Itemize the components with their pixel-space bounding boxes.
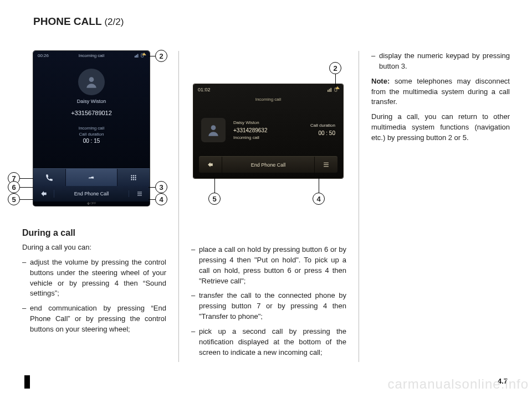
svg-rect-17 <box>137 195 142 196</box>
sub-duration-label: Call duration <box>79 131 105 137</box>
clock-text: 00:26 <box>38 53 49 59</box>
caller-number: +33156789012 <box>71 110 112 116</box>
svg-point-22 <box>211 125 216 130</box>
signal-icon <box>328 87 332 93</box>
column-3: display the numeric keypad by pressing b… <box>359 51 510 362</box>
duration-value: 00 : 50 <box>310 129 335 138</box>
status-header-text: Incoming call <box>79 53 105 58</box>
svg-rect-2 <box>137 54 139 58</box>
end-bar: End Phone Call <box>33 186 150 201</box>
back-button[interactable] <box>199 157 222 173</box>
transfer-car-phone-button[interactable] <box>66 169 117 186</box>
svg-rect-1 <box>136 55 137 58</box>
svg-rect-19 <box>329 89 330 92</box>
screen-header: Incoming call <box>193 96 343 104</box>
caller-name: Daisy Wiston <box>77 99 106 104</box>
status-bar: 01:02 <box>193 84 343 96</box>
back-button[interactable] <box>33 190 54 198</box>
svg-point-8 <box>135 175 136 176</box>
svg-rect-18 <box>328 90 329 92</box>
call-body: Daisy Wiston +33156789012 Incoming call … <box>33 61 150 168</box>
call-body: Daisy Wiston +3314289632 Incoming call C… <box>193 104 343 156</box>
end-call-button[interactable]: End Phone Call <box>222 157 314 173</box>
caller-name: Daisy Wiston <box>233 120 267 126</box>
list-item: display the numeric keypad by pressing b… <box>371 51 510 72</box>
signal-icon <box>135 53 139 59</box>
callout-2: 2 <box>155 50 167 62</box>
svg-point-9 <box>131 177 132 178</box>
page-number: 4.7 <box>498 377 508 385</box>
screen-portrait: 00:26 Incoming call <box>33 51 150 206</box>
print-mark <box>24 375 30 389</box>
svg-rect-0 <box>135 56 136 58</box>
section-heading: During a call <box>22 228 166 238</box>
svg-rect-20 <box>330 88 331 92</box>
title-main: PHONE CALL <box>33 15 101 27</box>
expand-up-icon[interactable] <box>142 53 146 55</box>
note-label: Note: <box>371 77 390 85</box>
svg-point-12 <box>131 179 132 180</box>
list-col1: adjust the volume by pressing the contro… <box>22 257 166 339</box>
note-text: some telephones may disconnect from the … <box>371 77 510 106</box>
call-sub-info: Incoming call Call duration 00 : 15 <box>79 125 105 145</box>
list-col3: display the numeric keypad by pressing b… <box>371 51 510 76</box>
off-indicator: ⏻ OFF <box>33 201 150 206</box>
svg-point-14 <box>135 179 136 180</box>
svg-point-6 <box>131 175 132 176</box>
menu-button[interactable] <box>129 190 150 197</box>
list-item: adjust the volume by pressing the contro… <box>22 257 166 299</box>
list-item: transfer the call to the connected phone… <box>191 291 346 322</box>
svg-rect-25 <box>324 166 329 167</box>
end-call-button[interactable]: End Phone Call <box>54 191 129 196</box>
expand-up-icon[interactable] <box>335 86 340 89</box>
status-bar: 00:26 Incoming call <box>33 51 150 61</box>
callout-5: 5 <box>8 193 20 205</box>
screen-landscape: 01:02 Incoming call <box>193 84 343 178</box>
list-item: place a call on hold by pressing button … <box>191 245 346 286</box>
note-paragraph: Note: some telephones may disconnect fro… <box>371 76 510 108</box>
list-col2: place a call on hold by pressing button … <box>191 245 346 362</box>
section-intro: During a call you can: <box>22 242 166 253</box>
end-bar: End Phone Call <box>199 156 337 173</box>
page-title: PHONE CALL (2/2) <box>0 0 532 28</box>
svg-rect-23 <box>324 163 329 163</box>
callout-5b: 5 <box>208 193 221 205</box>
svg-point-13 <box>133 179 134 180</box>
callout-6: 6 <box>8 181 20 193</box>
keypad-button[interactable] <box>117 169 150 186</box>
title-part: (2/2) <box>104 17 124 27</box>
svg-point-11 <box>135 177 136 178</box>
list-item: pick up a second call by pressing the no… <box>191 327 346 358</box>
menu-button[interactable] <box>314 157 337 173</box>
callout-2b: 2 <box>329 62 341 74</box>
duration-label: Call duration <box>310 122 335 130</box>
column-2: 01:02 Incoming call <box>178 51 346 362</box>
svg-point-10 <box>133 177 134 178</box>
sub-incoming: Incoming call <box>79 125 105 131</box>
avatar-icon <box>201 118 226 142</box>
hold-button[interactable] <box>33 169 66 186</box>
svg-point-7 <box>133 175 134 176</box>
svg-point-4 <box>89 77 94 82</box>
svg-rect-16 <box>137 194 142 194</box>
action-bar <box>33 168 150 186</box>
avatar-icon <box>78 69 105 95</box>
column-1: 00:26 Incoming call <box>22 51 166 362</box>
svg-rect-15 <box>137 192 142 193</box>
callout-3: 3 <box>155 181 167 193</box>
figure-1-wrap: 00:26 Incoming call <box>22 51 166 217</box>
paragraph: During a call, you can return to other m… <box>371 112 510 143</box>
duration-value: 00 : 15 <box>79 137 105 145</box>
clock-text: 01:02 <box>198 87 211 93</box>
callout-4: 4 <box>155 193 167 205</box>
sub-incoming: Incoming call <box>233 135 267 141</box>
caller-number: +3314289632 <box>233 126 267 135</box>
svg-rect-24 <box>324 164 329 165</box>
list-item: end communication by pressing “End Phone… <box>22 303 166 335</box>
figure-2-wrap: 01:02 Incoming call <box>191 68 346 234</box>
callout-4b: 4 <box>313 193 325 205</box>
